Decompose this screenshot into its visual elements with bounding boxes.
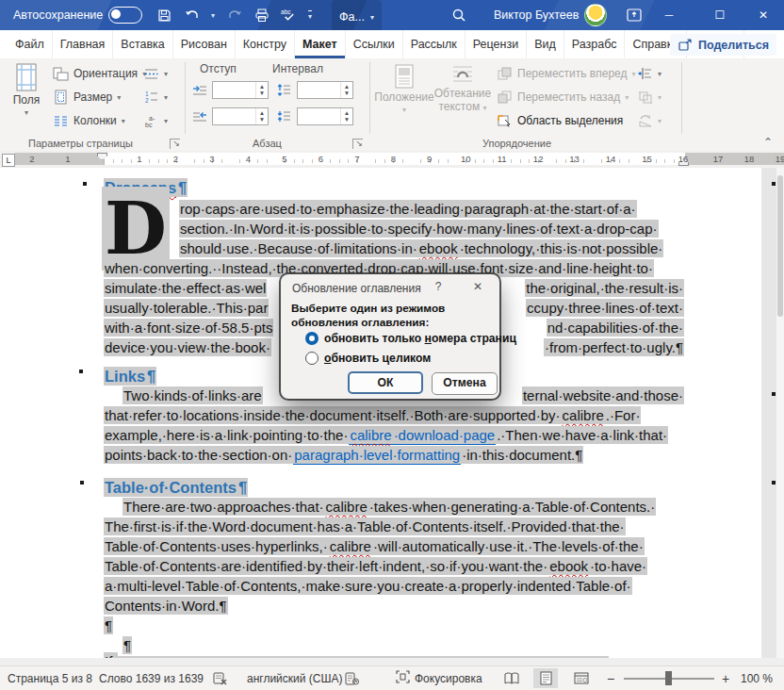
size-icon: [53, 90, 69, 105]
tab-Макет[interactable]: Макет: [295, 30, 346, 58]
radio-update-page-numbers[interactable]: [305, 332, 318, 345]
word-count-indicator[interactable]: Слово 1639 из 1639: [99, 666, 204, 690]
save-icon[interactable]: [156, 8, 172, 24]
columns-button[interactable]: Колонки ▾: [53, 113, 125, 128]
zoom-out-button[interactable]: −: [607, 666, 614, 690]
orientation-button[interactable]: Ориентация ▾: [53, 66, 146, 81]
document-bottom-strip: [0, 658, 784, 665]
ribbon-display-options-button[interactable]: [626, 0, 642, 30]
indent-left-spinner[interactable]: ▲▼: [255, 82, 268, 98]
radio-update-entire-table-label[interactable]: обновить целиком: [324, 352, 431, 365]
tab-Разрабс[interactable]: Разрабс: [564, 30, 626, 58]
undo-icon[interactable]: [184, 8, 200, 24]
breaks-icon: [143, 66, 159, 81]
tab-Главная[interactable]: Главная: [53, 30, 114, 58]
web-layout-button[interactable]: [569, 668, 594, 688]
radio-update-page-numbers-label[interactable]: обновить только номера страниц: [324, 332, 516, 345]
hyphenation-button[interactable]: a-bc ▾: [143, 113, 168, 128]
quick-access-more-icon[interactable]: ▾: [308, 10, 312, 21]
position-label: Положение: [374, 90, 433, 104]
zoom-slider-thumb[interactable]: [665, 671, 672, 685]
read-mode-button[interactable]: [499, 668, 524, 688]
align-button[interactable]: ▾: [637, 66, 662, 81]
autosave-toggle[interactable]: [108, 7, 142, 24]
minimize-button[interactable]: ─: [648, 0, 690, 30]
document-title-button[interactable]: Фа... ▾: [332, 0, 382, 34]
text-segment: ·technology,·this·is·not·possible·: [459, 239, 664, 257]
scrollbar-thumb[interactable]: [777, 175, 783, 317]
focus-icon: [396, 670, 410, 686]
cancel-button[interactable]: Отмена: [432, 372, 498, 395]
ruler-number: 14: [606, 154, 616, 164]
tab-Рассылк[interactable]: Рассылк: [403, 30, 466, 58]
print-layout-button[interactable]: [533, 668, 558, 688]
focus-mode-button[interactable]: Фокусировка: [396, 666, 482, 690]
ruler-number: 13: [569, 154, 580, 164]
account-area[interactable]: Виктор Бухтеев: [494, 0, 607, 30]
size-button[interactable]: Размер ▾: [53, 90, 121, 105]
tab-Файл[interactable]: Файл: [8, 30, 53, 58]
ruler-number: 4: [246, 154, 251, 164]
print-icon[interactable]: [253, 8, 270, 24]
spacing-before-spinner[interactable]: ▲▼: [340, 82, 352, 98]
horizontal-ruler[interactable]: L 2112345678910111213141516171819: [0, 151, 784, 168]
spelling-icon[interactable]: abc: [281, 8, 297, 24]
breaks-button[interactable]: ▾: [143, 66, 168, 81]
selection-pane-button[interactable]: Область выделения: [497, 113, 623, 128]
indent-right-spinner[interactable]: ▲▼: [255, 108, 268, 124]
language-indicator[interactable]: английский (США): [247, 666, 342, 690]
close-button[interactable]: ✕: [743, 0, 784, 30]
page-indicator[interactable]: Страница 5 из 8: [8, 666, 92, 690]
tab-Вид[interactable]: Вид: [527, 30, 564, 58]
rotate-icon: [637, 113, 653, 128]
margins-button[interactable]: Поля ▾: [8, 63, 45, 117]
hyperlink[interactable]: paragraph·level·formatting: [293, 446, 461, 465]
tab-stop-selector[interactable]: L: [2, 154, 15, 167]
maximize-button[interactable]: ☐: [699, 0, 741, 30]
indent-right-input[interactable]: ▲▼: [212, 107, 269, 125]
document-page[interactable]: Dropcaps¶Drop·caps·are·used·to·emphasize…: [0, 168, 761, 658]
spacing-after-input[interactable]: ▲▼: [297, 107, 353, 125]
paragraph-dialog-launcher[interactable]: ↘: [352, 139, 363, 149]
zoom-in-button[interactable]: +: [722, 666, 729, 690]
hyperlink[interactable]: calibre: [349, 426, 392, 445]
indent-left-input[interactable]: ▲▼: [212, 81, 269, 99]
autosave-control[interactable]: Автосохранение: [13, 0, 142, 30]
vertical-scrollbar[interactable]: [776, 168, 784, 658]
hyperlink[interactable]: ·download·page: [393, 426, 497, 445]
align-icon: [637, 66, 653, 81]
text-segment: simulate·the·effect·as·wel: [104, 279, 267, 297]
tab-Вставка[interactable]: Вставка: [113, 30, 172, 58]
tab-Ссылки[interactable]: Ссылки: [346, 30, 403, 58]
breaks-chevron: ▾: [164, 70, 168, 78]
collapse-ribbon-chevron[interactable]: ⌃: [763, 136, 773, 149]
tab-Констру[interactable]: Констру: [236, 30, 295, 58]
search-button[interactable]: [450, 0, 466, 30]
ok-button[interactable]: ОК: [348, 371, 423, 394]
spacing-after-spinner[interactable]: ▲▼: [340, 108, 352, 124]
hyphenation-icon: a-bc: [143, 113, 159, 128]
avatar[interactable]: [584, 4, 607, 26]
share-button[interactable]: Поделиться: [670, 34, 776, 56]
heading-links: Links¶: [104, 367, 156, 386]
group-chevron: ▾: [658, 93, 662, 102]
group-label-page-setup: Параметры страницы: [28, 138, 133, 149]
page-setup-dialog-launcher[interactable]: ↘: [170, 139, 180, 149]
dialog-help-button[interactable]: ?: [430, 280, 447, 295]
ruler-number: 1: [137, 154, 141, 164]
columns-chevron: ▾: [122, 117, 125, 125]
spacing-before-input[interactable]: ▲▼: [297, 81, 353, 99]
tab-Рецензи[interactable]: Рецензи: [466, 30, 527, 58]
group-button: ▾: [637, 90, 662, 105]
zoom-level[interactable]: 100 %: [741, 666, 773, 690]
line-numbers-button[interactable]: 12 ▾: [143, 90, 168, 105]
paragraph-anchor-marker: [772, 392, 776, 396]
text-segment: device·you·view·the·book·: [104, 338, 271, 356]
radio-update-entire-table[interactable]: [305, 352, 318, 365]
tab-Рисован[interactable]: Рисован: [173, 30, 236, 58]
proofing-status-icon[interactable]: [213, 666, 228, 690]
dialog-close-button[interactable]: ✕: [469, 280, 486, 295]
document-area[interactable]: Dropcaps¶Drop·caps·are·used·to·emphasize…: [0, 168, 784, 658]
undo-dropdown-chevron[interactable]: ▾: [211, 11, 215, 20]
accessibility-status-icon[interactable]: [345, 666, 359, 690]
